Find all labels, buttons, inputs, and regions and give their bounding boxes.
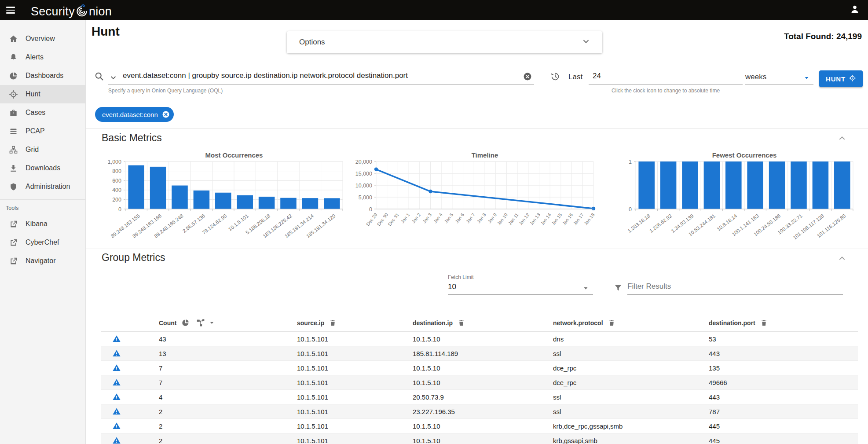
- history-clock-icon[interactable]: [550, 72, 560, 81]
- cell-destination-ip[interactable]: 10.1.5.10: [386, 437, 526, 444]
- sidebar-tool-navigator[interactable]: Navigator: [0, 252, 85, 270]
- cell-destination-ip[interactable]: 10.1.5.10: [386, 335, 526, 343]
- cell-destination-ip[interactable]: 20.50.73.9: [386, 393, 526, 401]
- cell-count[interactable]: 4: [132, 393, 270, 401]
- cell-source-ip[interactable]: 10.1.5.101: [270, 408, 386, 415]
- cell-destination-port[interactable]: 49666: [682, 379, 858, 386]
- time-value-input[interactable]: [593, 72, 738, 81]
- sidebar-item-overview[interactable]: Overview: [0, 29, 85, 48]
- cell-count[interactable]: 13: [132, 350, 270, 357]
- cell-destination-ip[interactable]: 23.227.196.35: [386, 408, 526, 415]
- cell-count[interactable]: 7: [132, 364, 270, 372]
- sidebar-item-cases[interactable]: Cases: [0, 103, 85, 122]
- header-network-protocol-label[interactable]: network.protocol: [553, 319, 603, 327]
- header-source-ip-label[interactable]: source.ip: [297, 319, 324, 327]
- sidebar-item-hunt[interactable]: Hunt: [0, 85, 85, 103]
- cell-destination-ip[interactable]: 10.1.5.10: [386, 379, 526, 386]
- cell-destination-port[interactable]: 53: [682, 335, 858, 343]
- cell-network-protocol[interactable]: krb,gssapi,smb: [526, 437, 682, 444]
- row-warning-icon[interactable]: [101, 363, 132, 372]
- cell-source-ip[interactable]: 10.1.5.101: [270, 350, 386, 357]
- cell-count[interactable]: 2: [132, 437, 270, 444]
- cell-destination-port[interactable]: 787: [682, 408, 858, 415]
- collapse-group-metrics-icon[interactable]: [837, 253, 847, 265]
- cell-count[interactable]: 2: [132, 408, 270, 415]
- sidebar-item-downloads[interactable]: Downloads: [0, 159, 85, 177]
- menu-icon[interactable]: [6, 3, 21, 18]
- cell-source-ip[interactable]: 10.1.5.101: [270, 364, 386, 372]
- cell-destination-port[interactable]: 445: [682, 437, 858, 444]
- external-icon: [8, 256, 18, 266]
- cell-destination-port[interactable]: 443: [682, 393, 858, 401]
- header-destination-ip-label[interactable]: destination.ip: [413, 319, 453, 327]
- trash-icon[interactable]: [458, 319, 465, 327]
- cell-destination-port[interactable]: 445: [682, 422, 858, 430]
- filter-results-input[interactable]: [627, 282, 843, 291]
- svg-text:600: 600: [112, 178, 121, 184]
- cell-destination-ip[interactable]: 185.81.114.189: [386, 350, 526, 357]
- hunt-button[interactable]: HUNT: [819, 70, 863, 87]
- sidebar-item-alerts[interactable]: Alerts: [0, 48, 85, 66]
- cell-network-protocol[interactable]: ssl: [526, 408, 682, 415]
- svg-text:Jan 10: Jan 10: [496, 212, 509, 226]
- cell-network-protocol[interactable]: ssl: [526, 350, 682, 357]
- row-warning-icon[interactable]: [101, 349, 132, 358]
- search-icon: [94, 71, 104, 81]
- shield-icon: [8, 182, 18, 191]
- filter-results-underline: [627, 294, 843, 295]
- cell-destination-port[interactable]: 443: [682, 350, 858, 357]
- sidebar-item-grid[interactable]: Grid: [0, 140, 85, 159]
- row-warning-icon[interactable]: [101, 436, 132, 444]
- pie-chart-icon[interactable]: [181, 319, 190, 327]
- cell-count[interactable]: 43: [132, 335, 270, 343]
- cell-source-ip[interactable]: 10.1.5.101: [270, 335, 386, 343]
- clear-query-icon[interactable]: [523, 72, 532, 81]
- trash-icon[interactable]: [608, 319, 615, 327]
- user-icon[interactable]: [850, 4, 860, 16]
- cell-source-ip[interactable]: 10.1.5.101: [270, 422, 386, 430]
- header-count-label[interactable]: Count: [159, 319, 176, 327]
- trash-icon[interactable]: [329, 319, 337, 327]
- svg-text:Jan 1: Jan 1: [399, 212, 410, 224]
- cell-destination-port[interactable]: 135: [682, 364, 858, 372]
- sidebar-item-administration[interactable]: Administration: [0, 177, 85, 196]
- row-warning-icon[interactable]: [101, 407, 132, 416]
- query-input[interactable]: [123, 71, 519, 80]
- svg-text:Jan 17: Jan 17: [572, 212, 585, 226]
- query-history-chevron-icon[interactable]: [109, 73, 117, 82]
- sankey-chart-icon[interactable]: [196, 318, 205, 327]
- cell-network-protocol[interactable]: dce_rpc: [526, 379, 682, 386]
- cell-destination-ip[interactable]: 10.1.5.10: [386, 364, 526, 372]
- sidebar-tool-kibana[interactable]: Kibana: [0, 215, 85, 233]
- row-warning-icon[interactable]: [101, 334, 132, 343]
- row-warning-icon[interactable]: [101, 378, 132, 387]
- sidebar-item-label: Hunt: [26, 90, 40, 98]
- cell-network-protocol[interactable]: ssl: [526, 393, 682, 401]
- cell-network-protocol[interactable]: dce_rpc: [526, 364, 682, 372]
- collapse-basic-metrics-icon[interactable]: [837, 133, 847, 145]
- row-warning-icon[interactable]: [101, 422, 132, 430]
- trash-icon[interactable]: [760, 319, 768, 327]
- cell-count[interactable]: 2: [132, 422, 270, 430]
- cell-network-protocol[interactable]: krb,dce_rpc,gssapi,smb: [526, 422, 682, 430]
- fetch-limit-caret-icon[interactable]: [582, 284, 590, 294]
- sidebar-item-pcap[interactable]: PCAP: [0, 122, 85, 140]
- filter-chip[interactable]: event.dataset:conn: [95, 107, 174, 122]
- options-dropdown[interactable]: Options: [287, 31, 602, 53]
- cell-count[interactable]: 7: [132, 379, 270, 386]
- chart-type-caret-icon[interactable]: [209, 319, 215, 326]
- header-destination-port-label[interactable]: destination.port: [709, 319, 755, 327]
- sidebar-item-dashboards[interactable]: Dashboards: [0, 66, 85, 85]
- cell-network-protocol[interactable]: dns: [526, 335, 682, 343]
- time-unit-caret-icon[interactable]: [802, 73, 811, 84]
- sidebar-item-label: PCAP: [26, 127, 45, 135]
- cell-source-ip[interactable]: 10.1.5.101: [270, 437, 386, 444]
- fetch-limit-select[interactable]: 10: [448, 283, 456, 291]
- sidebar-tool-cyberchef[interactable]: CyberChef: [0, 233, 85, 252]
- row-warning-icon[interactable]: [101, 393, 132, 401]
- chip-close-icon[interactable]: [161, 110, 170, 119]
- cell-source-ip[interactable]: 10.1.5.101: [270, 379, 386, 386]
- cell-destination-ip[interactable]: 10.1.5.10: [386, 422, 526, 430]
- time-unit-select[interactable]: weeks: [745, 73, 766, 81]
- cell-source-ip[interactable]: 10.1.5.101: [270, 393, 386, 401]
